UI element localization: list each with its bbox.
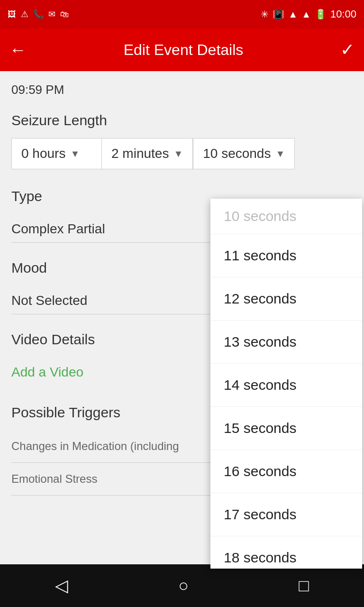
status-right: ✳ 📳 ▲ ▲ 🔋 10:00 [261, 8, 356, 20]
confirm-button[interactable]: ✓ [340, 40, 355, 60]
dropdown-partial-top: 10 seconds [210, 199, 362, 234]
minutes-value: 2 minutes [111, 146, 169, 161]
nav-home-button[interactable]: ○ [178, 576, 189, 596]
vibrate-icon: 📳 [273, 9, 284, 20]
bluetooth-icon: ✳ [261, 9, 269, 20]
message-icon: ✉ [48, 9, 55, 19]
main-content: 09:59 PM Seizure Length 0 hours ▼ 2 minu… [0, 71, 364, 551]
app-bar: ← Edit Event Details ✓ [0, 28, 364, 71]
minutes-dropdown[interactable]: 2 minutes ▼ [101, 138, 193, 169]
hours-caret-icon: ▼ [70, 148, 80, 159]
nav-recent-button[interactable]: □ [299, 576, 309, 596]
battery-icon: 🔋 [315, 9, 327, 20]
signal-icon: ▲ [301, 9, 311, 20]
back-button[interactable]: ← [9, 40, 27, 60]
seconds-value: 10 seconds [203, 146, 271, 161]
nav-back-button[interactable]: ◁ [55, 576, 68, 596]
image-icon: 🖼 [8, 9, 16, 19]
status-icons: 🖼 ⚠ 📞 ✉ 🛍 [8, 9, 69, 19]
seconds-caret-icon: ▼ [275, 148, 285, 159]
dropdown-item-15[interactable]: 15 seconds [210, 407, 362, 450]
dropdown-item-16[interactable]: 16 seconds [210, 450, 362, 493]
seconds-dropdown-overlay: 10 seconds 11 seconds 12 seconds 13 seco… [210, 199, 362, 569]
seizure-length-section: Seizure Length 0 hours ▼ 2 minutes ▼ 10 … [11, 112, 353, 169]
status-bar: 🖼 ⚠ 📞 ✉ 🛍 ✳ 📳 ▲ ▲ 🔋 10:00 [0, 0, 364, 28]
dropdown-item-11[interactable]: 11 seconds [210, 234, 362, 277]
shopping-icon: 🛍 [60, 9, 69, 19]
event-timestamp: 09:59 PM [11, 83, 353, 97]
seconds-dropdown-list: 10 seconds 11 seconds 12 seconds 13 seco… [210, 199, 362, 569]
call-missed-icon: 📞 [33, 9, 44, 19]
clock: 10:00 [330, 8, 356, 20]
dropdown-item-12[interactable]: 12 seconds [210, 277, 362, 321]
seizure-length-label: Seizure Length [11, 112, 353, 129]
dropdown-item-13[interactable]: 13 seconds [210, 321, 362, 364]
seconds-dropdown[interactable]: 10 seconds ▼ [193, 138, 295, 169]
dropdown-item-14[interactable]: 14 seconds [210, 364, 362, 407]
mood-value: Not Selected [11, 293, 87, 308]
dropdown-item-17[interactable]: 17 seconds [210, 493, 362, 536]
app-bar-title: Edit Event Details [124, 41, 244, 59]
seizure-length-dropdowns: 0 hours ▼ 2 minutes ▼ 10 seconds ▼ 10 se… [11, 138, 353, 169]
hours-dropdown[interactable]: 0 hours ▼ [11, 138, 101, 169]
dropdown-item-18[interactable]: 18 seconds [210, 536, 362, 569]
warning-icon: ⚠ [21, 9, 28, 19]
hours-value: 0 hours [21, 146, 65, 161]
bottom-nav: ◁ ○ □ [0, 564, 364, 607]
wifi-icon: ▲ [288, 9, 298, 20]
minutes-caret-icon: ▼ [173, 148, 183, 159]
